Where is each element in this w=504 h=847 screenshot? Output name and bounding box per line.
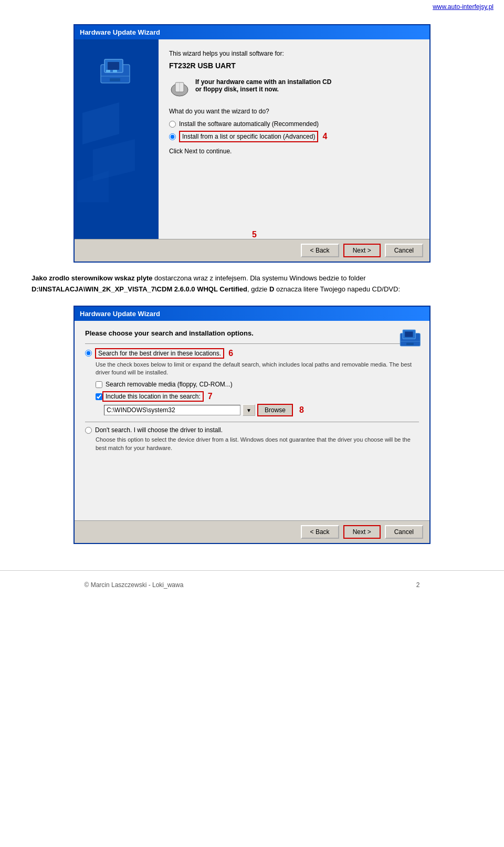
site-url-link[interactable]: www.auto-interfejsy.pl [433,3,494,11]
step-number-6: 6 [228,349,233,358]
checkbox-row-1: Search removable media (floppy, CD-ROM..… [96,381,419,388]
top-link-bar: www.auto-interfejsy.pl [0,0,504,14]
dont-search-label: Don't search. I will choose the driver t… [95,426,223,434]
wizard-right-panel-2: Please choose your search and installati… [75,321,429,520]
svg-rect-5 [106,70,110,72]
wizard-option-2: Install from a list or specific location… [169,131,419,142]
wizard-option-1: Install the software automatically (Reco… [169,120,419,128]
footer: © Marcin Laszczewski - Loki_wawa 2 [0,570,504,594]
wizard-titlebar-1: Hardware Update Wizard [75,25,429,39]
next-button-2[interactable]: Next > [343,525,381,539]
svg-marker-7 [82,102,119,144]
radio-dont-search[interactable] [85,427,92,434]
wizard-click-text: Click Next to continue. [169,148,419,155]
footer-page-num: 2 [416,581,420,589]
wizard-dialog-2: Hardware Update Wizard Please choose you… [74,306,430,544]
wizard-hw-icon-box [93,50,140,92]
paragraph-path: D:\INSTALACJA\WIN_2K_XP_VISTA_7\CDM 2.6.… [32,285,247,293]
include-location-row: Include this location in the search: 7 [96,391,419,402]
wizard-buttons-1: 5 < Back Next > Cancel [75,239,429,262]
step-number-4: 4 [322,132,327,141]
paragraph-d-letter: D [269,285,274,293]
svg-rect-16 [405,331,413,337]
search-option-1-label: Search for the best driver in these loca… [95,348,224,359]
wizard-options: Install the software automatically (Reco… [169,120,419,142]
search-options: Search for the best driver in these loca… [85,348,419,417]
divider-1 [85,343,419,344]
footer-copyright: © Marcin Laszczewski - Loki_wawa [84,581,183,589]
wizard-question: What do you want the wizard to do? [169,108,419,115]
option1-label: Install the software automatically (Reco… [179,120,319,128]
browse-button[interactable]: Browse [257,404,293,416]
wizard-buttons-2: < Back Next > Cancel [75,520,429,543]
wizard-body-1: This wizard helps you install software f… [75,39,429,239]
cancel-button-1[interactable]: Cancel [385,244,423,257]
step-number-7: 7 [208,392,213,401]
location-dropdown[interactable]: ▼ [243,404,255,416]
dont-search-desc: Choose this option to select the device … [96,436,419,452]
back-button-2[interactable]: < Back [301,525,339,539]
wizard-right-panel-1: This wizard helps you install software f… [159,39,429,239]
search-sub-desc: Use the check boxes below to limit or ex… [96,361,419,377]
cd-icon [169,78,190,99]
main-content: Hardware Update Wizard [0,14,504,555]
wizard-titlebar-2: Hardware Update Wizard [75,307,429,321]
wizard-dialog-1: Hardware Update Wizard [74,24,430,263]
svg-rect-18 [406,342,414,344]
wizard-title-2: Hardware Update Wizard [80,310,160,318]
option2-label-highlighted: Install from a list or specific location… [179,131,318,142]
svg-rect-4 [110,78,120,81]
search-option-row-1: Search for the best driver in these loca… [85,348,419,359]
next-button-1[interactable]: Next > [343,244,381,257]
wizard-device-name: FT232R USB UART [169,61,419,70]
wizard-hw-icon-2 [398,326,424,351]
wizard-cd-text: If your hardware came with an installati… [195,78,331,93]
wizard-intro-text: This wizard helps you install software f… [169,50,419,57]
hardware-icon [98,54,135,88]
radio-list-install[interactable] [169,133,176,140]
include-location-label: Include this location in the search: [102,391,204,402]
radio-search-best[interactable] [85,350,92,357]
left-decoration [77,87,156,202]
svg-rect-2 [108,62,119,70]
wizard-cd-section: If your hardware came with an installati… [169,78,419,99]
wizard-body-2: Please choose your search and installati… [75,321,429,520]
hardware-icon-2 [398,326,424,350]
paragraph-bold-text: Jako zrodlo sterownikow wskaz plyte [32,274,152,282]
wizard-left-panel-1 [75,39,159,239]
step-number-8: 8 [299,405,304,415]
location-input[interactable] [104,405,240,415]
radio-auto-install[interactable] [169,121,176,128]
dont-search-row: Don't search. I will choose the driver t… [85,426,419,434]
checkbox-removable[interactable] [96,381,102,388]
checkbox-include-location[interactable] [96,393,102,400]
back-button-1[interactable]: < Back [301,244,339,257]
cancel-button-2[interactable]: Cancel [385,525,423,539]
svg-rect-6 [113,70,117,72]
divider-2 [85,422,419,422]
paragraph-between-dialogs: Jako zrodlo sterownikow wskaz plyte dost… [32,273,472,295]
location-input-row: ▼ Browse 8 [104,404,419,416]
step-number-5: 5 [252,230,257,239]
section-title-2: Please choose your search and installati… [85,329,419,337]
wizard-title-1: Hardware Update Wizard [80,28,160,36]
checkbox1-label: Search removable media (floppy, CD-ROM..… [106,381,233,388]
